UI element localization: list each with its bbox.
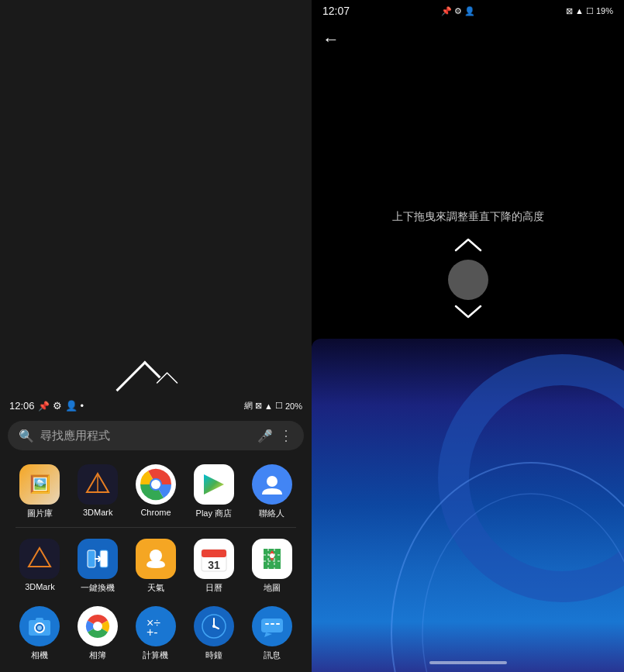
gear-icon: ⚙ (53, 400, 62, 412)
app-label-yijian: 一鍵換機 (81, 582, 115, 594)
app-item-yijian[interactable]: 一鍵換機 (69, 534, 127, 598)
app-icon-contacts (252, 464, 292, 505)
wifi-icon: ▲ (575, 6, 584, 16)
app-label-photos: 相簿 (89, 650, 106, 661)
gear-icon-right: ⚙ (454, 6, 462, 16)
app-label-messages: 訊息 (264, 650, 281, 661)
svg-point-28 (212, 625, 215, 628)
left-status-time: 12:06 📌 ⚙ 👤 • (9, 400, 84, 412)
app-item-contacts[interactable]: 聯絡人 (243, 460, 301, 524)
svg-point-34 (422, 494, 624, 672)
account-icon-right: 👤 (464, 6, 475, 16)
back-button[interactable]: ← (312, 22, 624, 57)
app-icon-play (194, 464, 234, 505)
app-icon-calculator: ×÷ +- (136, 606, 176, 646)
svg-point-21 (93, 622, 102, 631)
app-item-camera[interactable]: 相機 (11, 601, 69, 666)
svg-point-18 (37, 625, 42, 630)
app-label-camera: 相機 (31, 650, 48, 661)
app-label-play: Play 商店 (196, 508, 232, 519)
search-bar[interactable]: 🔍 尋找應用程式 🎤 ⋮ (8, 421, 304, 450)
app-item-play[interactable]: Play 商店 (184, 460, 243, 524)
app-icon-messages (252, 606, 292, 646)
pin-icon: 📌 (38, 401, 50, 412)
app-icon-weather (136, 539, 176, 579)
svg-marker-8 (29, 548, 50, 567)
svg-point-5 (151, 480, 160, 489)
svg-rect-32 (276, 623, 280, 625)
pin-icon-right: 📌 (441, 6, 452, 16)
svg-point-7 (267, 476, 278, 487)
right-panel: 12:07 📌 ⚙ 👤 ⊠ ▲ ☐ 19% ← 上下拖曳來調整垂直下降的高度 (312, 0, 624, 672)
more-options-icon[interactable]: ⋮ (279, 427, 293, 444)
svg-rect-19 (36, 618, 43, 622)
app-item-maps[interactable]: 地圖 (243, 534, 301, 598)
app-item-messages[interactable]: 訊息 (243, 601, 301, 666)
drag-chevron-up-icon (453, 236, 484, 257)
app-item-clock[interactable]: 時鐘 (184, 601, 243, 666)
right-status-time: 12:07 (322, 5, 350, 17)
svg-rect-31 (271, 623, 274, 625)
app-label-maps: 地圖 (264, 582, 281, 594)
app-icon-maps (252, 539, 292, 579)
svg-rect-13 (202, 550, 226, 557)
app-label-3dmark2: 3DMark (25, 582, 55, 591)
battery-level: 19% (596, 6, 613, 16)
app-item-3dmark[interactable]: 3DMark (69, 460, 127, 524)
app-icon-clock (194, 606, 234, 646)
app-label-gallery: 圖片庫 (27, 508, 53, 519)
wallpaper-bar (429, 661, 507, 664)
app-icon-3dmark (78, 464, 118, 505)
app-label-contacts: 聯絡人 (259, 508, 284, 519)
right-status-icons: ⊠ ▲ ☐ 19% (566, 6, 613, 16)
svg-text:31: 31 (208, 559, 220, 571)
svg-text:+-: +- (147, 625, 158, 639)
app-label-calendar: 日曆 (205, 582, 222, 594)
app-icon-photos (78, 606, 118, 646)
mic-icon[interactable]: 🎤 (257, 429, 273, 443)
app-grid-row3: 相機 相簿 (8, 601, 304, 666)
instruction-area: 上下拖曳來調整垂直下降的高度 (312, 57, 624, 339)
app-item-3dmark2[interactable]: 3DMark (11, 534, 69, 598)
app-item-chrome[interactable]: Chrome (127, 460, 185, 524)
app-icon-camera (19, 606, 60, 646)
svg-rect-9 (88, 550, 95, 567)
app-grid-row2: 3DMark 一鍵換機 (8, 534, 304, 598)
chevron-up-icon (133, 366, 179, 389)
svg-point-11 (150, 550, 162, 562)
app-icon-3dmark2 (19, 539, 60, 579)
drag-handle[interactable] (448, 260, 488, 300)
wallpaper-preview (312, 339, 624, 672)
instruction-text: 上下拖曳來調整垂直下降的高度 (392, 210, 544, 224)
battery-icon: ☐ (586, 6, 594, 16)
app-item-weather[interactable]: 天氣 (127, 534, 185, 598)
app-label-calculator: 計算機 (143, 650, 168, 661)
app-item-calendar[interactable]: 31 日曆 (184, 534, 243, 598)
drag-chevron-down-icon (453, 303, 484, 323)
drag-controls[interactable] (448, 236, 488, 323)
app-grid-row1: 🖼️ 圖片庫 3DMark (8, 460, 304, 524)
app-icon-yijian (78, 539, 118, 579)
left-status-bar: 12:06 📌 ⚙ 👤 • 網 ⊠ ▲ ☐ 網 ⊠ ▲ ☐ 20% 20% (0, 397, 312, 415)
svg-point-15 (270, 553, 274, 558)
search-input[interactable]: 尋找應用程式 (40, 429, 251, 443)
network-icon: ⊠ (566, 6, 573, 16)
svg-rect-30 (265, 623, 269, 625)
app-item-calculator[interactable]: ×÷ +- 計算機 (127, 601, 185, 666)
app-item-gallery[interactable]: 🖼️ 圖片庫 (11, 460, 69, 524)
app-icon-gallery: 🖼️ (19, 464, 60, 505)
search-icon: 🔍 (19, 429, 34, 443)
app-item-photos[interactable]: 相簿 (69, 601, 127, 666)
app-label-clock: 時鐘 (205, 650, 222, 661)
account-icon: 👤 (65, 400, 78, 412)
left-panel: 12:06 📌 ⚙ 👤 • 網 ⊠ ▲ ☐ 網 ⊠ ▲ ☐ 20% 20% 🔍 … (0, 0, 312, 672)
app-icon-calendar: 31 (194, 539, 234, 579)
app-label-chrome: Chrome (140, 508, 171, 517)
app-label-3dmark: 3DMark (83, 508, 113, 517)
right-status-bar: 12:07 📌 ⚙ 👤 ⊠ ▲ ☐ 19% (312, 0, 624, 22)
divider (16, 527, 296, 528)
left-top-area (0, 0, 312, 397)
svg-point-33 (391, 463, 624, 672)
left-status-icons: 網 ⊠ ▲ ☐ 網 ⊠ ▲ ☐ 20% 20% (244, 400, 302, 412)
svg-marker-6 (204, 474, 224, 495)
